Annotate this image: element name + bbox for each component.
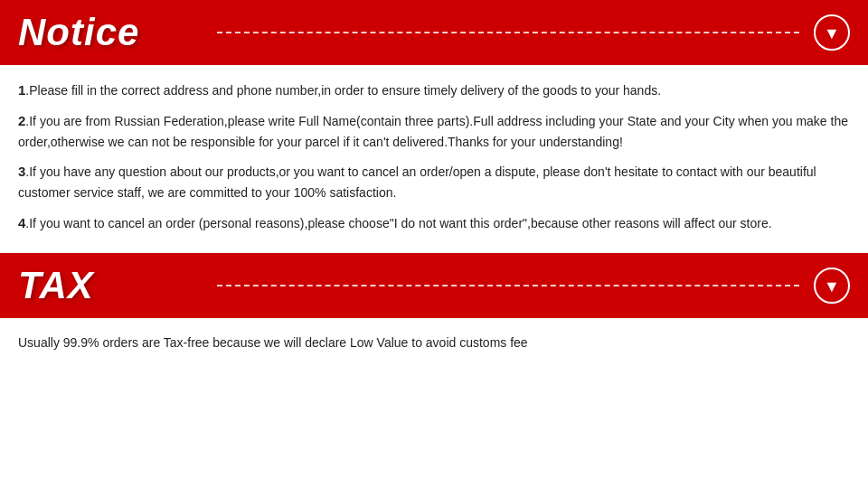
notice-chevron-icon: ▼ xyxy=(824,25,840,42)
notice-text-3: .If you have any question about our prod… xyxy=(18,164,816,200)
notice-header: Notice ▼ xyxy=(0,0,868,65)
tax-content: Usually 99.9% orders are Tax-free becaus… xyxy=(0,318,868,371)
notice-dashed-area: ▼ xyxy=(181,0,868,65)
notice-paragraph-4: 4.If you want to cancel an order (person… xyxy=(18,212,850,234)
notice-paragraph-1: 1.Please fill in the correct address and… xyxy=(18,80,850,101)
notice-dashed-line xyxy=(217,32,799,33)
tax-paragraph-1: Usually 99.9% orders are Tax-free becaus… xyxy=(18,333,850,352)
tax-dashed-area: ▼ xyxy=(181,253,868,318)
notice-title: Notice xyxy=(18,11,139,54)
tax-header: TAX ▼ xyxy=(0,253,868,318)
tax-dashed-line xyxy=(217,285,799,286)
notice-text-4: .If you want to cancel an order (persona… xyxy=(25,216,771,230)
notice-text-1: .Please fill in the correct address and … xyxy=(25,83,661,98)
notice-content: 1.Please fill in the correct address and… xyxy=(0,65,868,253)
tax-title-block: TAX xyxy=(0,253,181,318)
tax-chevron-icon: ▼ xyxy=(824,278,840,295)
tax-chevron-button[interactable]: ▼ xyxy=(814,268,850,304)
notice-text-2: .If you are from Russian Federation,plea… xyxy=(18,114,848,149)
notice-paragraph-3: 3.If you have any question about our pro… xyxy=(18,161,850,202)
notice-paragraph-2: 2.If you are from Russian Federation,ple… xyxy=(18,110,850,152)
tax-title: TAX xyxy=(18,264,94,307)
notice-title-block: Notice xyxy=(0,0,181,65)
notice-chevron-button[interactable]: ▼ xyxy=(814,14,850,51)
